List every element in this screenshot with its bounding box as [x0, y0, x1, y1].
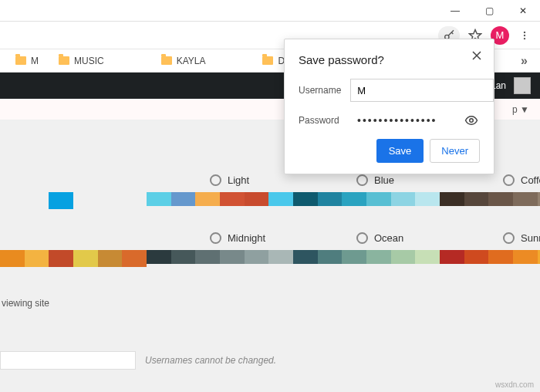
theme-label: Blue: [374, 174, 394, 186]
theme-radio[interactable]: [356, 232, 368, 244]
theme-label: Coffee: [521, 174, 540, 186]
bookmark-folder-kayla[interactable]: KAYLA: [154, 53, 214, 69]
swatch: [245, 192, 269, 206]
swatch: [195, 192, 220, 206]
theme-label: Sunrise: [521, 232, 540, 244]
never-button[interactable]: Never: [430, 139, 480, 163]
popup-close-button[interactable]: [469, 47, 484, 66]
swatch: [0, 250, 25, 267]
theme-radio[interactable]: [503, 232, 515, 244]
theme-radio[interactable]: [210, 232, 221, 244]
bookmark-folder-music[interactable]: MUSIC: [51, 53, 112, 69]
watermark-text: wsxdn.com: [495, 380, 534, 389]
window-maximize-button[interactable]: ▢: [472, 0, 506, 22]
window-minimize-button[interactable]: —: [438, 0, 472, 22]
swatch: [171, 250, 196, 264]
theme-swatches: [293, 250, 440, 264]
swatch: [342, 250, 366, 264]
viewing-site-label: viewing site: [0, 267, 540, 309]
swatch: [122, 192, 147, 209]
swatch: [464, 250, 489, 264]
username-label: Username: [299, 85, 341, 96]
theme-radio[interactable]: [356, 174, 368, 186]
window-titlebar: — ▢ ✕: [0, 0, 540, 22]
theme-option-midnight: Midnight: [147, 232, 293, 267]
swatch: [49, 250, 73, 267]
swatch: [513, 250, 538, 264]
bookmark-folder-m[interactable]: M: [8, 53, 46, 69]
theme-swatches: [147, 192, 293, 206]
theme-label: Midnight: [228, 232, 265, 244]
password-label: Password: [299, 115, 348, 126]
swatch: [73, 250, 98, 267]
swatch: [73, 192, 98, 209]
swatch: [195, 250, 220, 264]
folder-icon: [15, 56, 26, 65]
swatch: [391, 192, 416, 206]
dots-vertical-icon: [519, 30, 530, 41]
swatch: [245, 250, 269, 264]
swatch: [25, 192, 49, 209]
theme-swatches: [0, 250, 147, 267]
theme-swatches: [440, 192, 540, 206]
swatch: [318, 250, 343, 264]
theme-swatches: [440, 250, 540, 264]
popup-password-masked: •••••••••••••••: [357, 111, 463, 130]
swatch: [122, 250, 147, 267]
bookmark-label: M: [31, 56, 39, 66]
swatch: [293, 250, 318, 264]
swatch: [318, 192, 343, 206]
swatch: [147, 250, 171, 264]
swatch: [464, 192, 489, 206]
theme-swatches: [147, 250, 293, 264]
theme-option-sunrise: Sunrise: [440, 232, 540, 267]
svg-point-5: [470, 119, 474, 123]
swatch: [488, 250, 513, 264]
bookmark-label: KAYLA: [177, 56, 206, 66]
swatch: [293, 192, 318, 206]
folder-icon: [59, 56, 69, 65]
username-input[interactable]: [0, 351, 136, 370]
theme-option-coffee: Coffee: [440, 174, 540, 209]
swatch: [0, 192, 25, 209]
swatch: [147, 192, 171, 206]
swatch: [98, 192, 123, 209]
save-button[interactable]: Save: [376, 139, 424, 163]
window-close-button[interactable]: ✕: [506, 0, 540, 22]
popup-username-input[interactable]: [350, 79, 494, 102]
user-avatar-thumb[interactable]: [514, 77, 531, 94]
swatch: [220, 250, 245, 264]
theme-swatches: [293, 192, 440, 206]
swatch: [268, 192, 293, 206]
svg-point-4: [524, 37, 525, 39]
reveal-password-button[interactable]: [463, 112, 480, 129]
swatch: [415, 192, 440, 206]
svg-point-2: [524, 31, 525, 32]
swatch: [488, 192, 513, 206]
theme-label: Light: [228, 174, 249, 186]
close-icon: [472, 51, 481, 60]
swatch: [220, 192, 245, 206]
svg-point-3: [524, 34, 525, 35]
popup-title: Save password?: [299, 53, 480, 66]
swatch: [440, 250, 464, 264]
bookmark-label: MUSIC: [74, 56, 104, 66]
save-password-popup: Save password? Username Password •••••••…: [284, 39, 494, 174]
subbar-dropdown[interactable]: p ▼: [512, 104, 529, 115]
folder-icon: [161, 56, 172, 65]
eye-icon: [464, 113, 478, 127]
swatch: [49, 192, 73, 209]
swatch: [366, 192, 391, 206]
theme-option-ocean: Ocean: [293, 232, 440, 267]
bookmarks-overflow-button[interactable]: »: [516, 54, 532, 68]
theme-label: Ocean: [374, 232, 403, 244]
username-hint: Usernames cannot be changed.: [145, 355, 276, 366]
theme-option-current: [0, 174, 147, 209]
theme-radio[interactable]: [210, 174, 221, 186]
theme-radio[interactable]: [503, 174, 515, 186]
swatch: [268, 250, 293, 264]
theme-swatches: [0, 192, 147, 209]
swatch: [366, 250, 391, 264]
swatch: [171, 192, 196, 206]
browser-menu-button[interactable]: [515, 26, 534, 45]
